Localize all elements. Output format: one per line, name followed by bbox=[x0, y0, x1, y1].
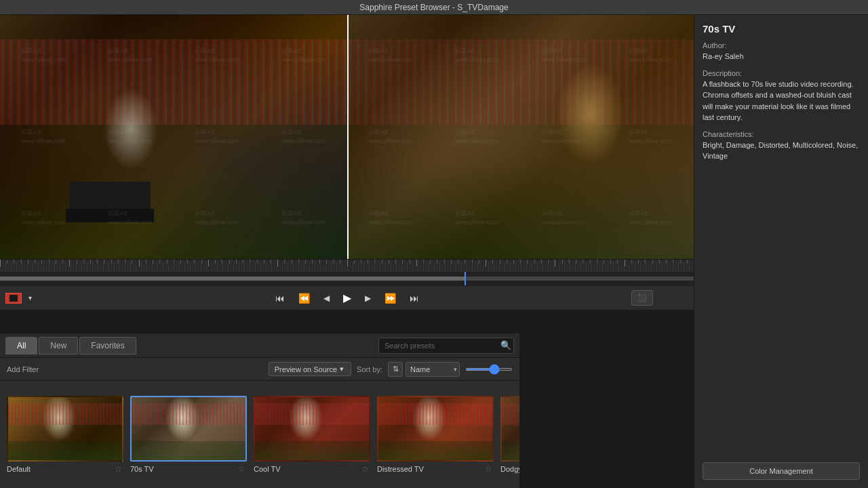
description-label: Description: bbox=[703, 69, 860, 77]
preset-info: 70s TV Author: Ra-ey Saleh Description: … bbox=[703, 23, 860, 169]
preview-source-btn[interactable]: Preview on Source ▾ bbox=[269, 362, 351, 376]
filter-sort-bar: Add Filter Preview on Source ▾ Sort by: … bbox=[0, 358, 519, 381]
preset-thumb-default bbox=[7, 396, 123, 462]
preset-name-distressed: Distressed TV bbox=[377, 465, 484, 473]
preset-label-row: Default ☆ bbox=[7, 464, 123, 474]
preview-source-label: Preview on Source bbox=[275, 365, 337, 373]
crowd-overlay-left bbox=[0, 39, 347, 125]
sort-controls: ⇅ Name Date Category ▾ bbox=[388, 362, 460, 377]
export-btn[interactable]: ⬛ bbox=[631, 290, 653, 306]
sort-by-label: Sort by: bbox=[357, 365, 382, 373]
truck-left bbox=[69, 182, 151, 222]
preview-source-chevron: ▾ bbox=[340, 365, 344, 373]
play-pause-btn[interactable]: ▶ bbox=[339, 289, 355, 307]
timeline-track[interactable] bbox=[0, 277, 694, 281]
titlebar: Sapphire Preset Browser - S_TVDamage bbox=[0, 0, 868, 15]
timeline-ruler[interactable] bbox=[0, 260, 694, 272]
preset-thumb-dodgy bbox=[500, 396, 519, 462]
preset-item[interactable]: Default ☆ bbox=[7, 396, 123, 474]
characteristics-value: Bright, Damage, Distorted, Multicolored,… bbox=[703, 140, 860, 162]
timeline-bar[interactable] bbox=[0, 272, 694, 285]
presets-grid: Default ☆ 70s TV ☆ bbox=[0, 381, 519, 488]
preset-star-70stv[interactable]: ☆ bbox=[237, 464, 247, 474]
timeline-area: ▾ ⏮ ⏪ ◀ ▶ ▶ ⏩ ⏭ ⬛ bbox=[0, 259, 694, 308]
smoke-effect-right bbox=[557, 64, 625, 165]
skip-to-end-btn[interactable]: ⏭ bbox=[406, 290, 423, 306]
thumbnail-size-slider[interactable] bbox=[465, 368, 513, 371]
timeline-progress bbox=[0, 277, 465, 281]
video-preview: 铝客AEwww.talkae.com 铝客AEwww.talkae.com 铝客… bbox=[0, 15, 694, 259]
skip-to-start-btn[interactable]: ⏮ bbox=[271, 290, 289, 306]
preset-name-70stv: 70s TV bbox=[130, 465, 237, 473]
preset-star-cooltv[interactable]: ☆ bbox=[360, 464, 370, 474]
author-label: Author: bbox=[703, 41, 860, 49]
preset-label-row: Dodgy VHS (with dropout) ☆ bbox=[500, 464, 519, 474]
field-content-left bbox=[0, 161, 347, 259]
tab-new[interactable]: New bbox=[39, 337, 78, 354]
preview-split-line bbox=[347, 15, 349, 259]
preset-name-default: Default bbox=[7, 465, 113, 473]
sort-order-btn[interactable]: ⇅ bbox=[388, 362, 403, 377]
preset-thumb-cooltv bbox=[254, 396, 370, 462]
smoke-effect-left bbox=[104, 88, 158, 169]
preset-star-default[interactable]: ☆ bbox=[113, 464, 123, 474]
preset-label-row: Cool TV ☆ bbox=[254, 464, 370, 474]
rewind-btn[interactable]: ⏪ bbox=[294, 290, 314, 306]
tab-bar: All New Favorites 🔍 bbox=[0, 333, 519, 358]
preset-name-cooltv: Cool TV bbox=[254, 465, 360, 473]
tab-all[interactable]: All bbox=[5, 337, 37, 354]
field-content-right bbox=[347, 161, 694, 259]
tab-favorites[interactable]: Favorites bbox=[79, 337, 136, 354]
description-value: A flashback to 70s live studio video rec… bbox=[703, 79, 860, 123]
characteristics-label: Characteristics: bbox=[703, 130, 860, 138]
preview-section: 铝客AEwww.talkae.com 铝客AEwww.talkae.com 铝客… bbox=[0, 15, 694, 488]
source-indicator: ▾ bbox=[5, 291, 36, 304]
timeline-playhead[interactable] bbox=[465, 272, 466, 285]
preset-item-dodgy[interactable]: Dodgy VHS (with dropout) ☆ bbox=[500, 396, 519, 474]
preset-item-cooltv[interactable]: Cool TV ☆ bbox=[254, 396, 370, 474]
search-submit-btn[interactable]: 🔍 bbox=[500, 340, 511, 350]
preset-thumb-70stv bbox=[130, 396, 247, 462]
presets-panel: All New Favorites 🔍 Add Filter Preview o… bbox=[0, 332, 519, 488]
color-management-btn[interactable]: Color Management bbox=[703, 462, 860, 480]
preset-title: 70s TV bbox=[703, 23, 860, 35]
preset-label-row: 70s TV ☆ bbox=[130, 464, 247, 474]
fast-forward-btn[interactable]: ⏩ bbox=[380, 290, 400, 306]
preset-star-distressed[interactable]: ☆ bbox=[484, 464, 494, 474]
main-layout: 铝客AEwww.talkae.com 铝客AEwww.talkae.com 铝客… bbox=[0, 15, 868, 488]
author-section: Author: Ra-ey Saleh bbox=[703, 41, 860, 62]
search-input[interactable] bbox=[378, 338, 514, 354]
window-title: Sapphire Preset Browser - S_TVDamage bbox=[359, 3, 508, 12]
source-box bbox=[5, 293, 22, 304]
add-filter-link[interactable]: Add Filter bbox=[7, 365, 39, 373]
preset-item-selected[interactable]: 70s TV ☆ bbox=[130, 396, 247, 474]
preset-name-dodgy: Dodgy VHS (with dropout) bbox=[500, 465, 519, 473]
search-area: 🔍 bbox=[378, 338, 514, 354]
preset-label-row: Distressed TV ☆ bbox=[377, 464, 494, 474]
step-back-btn[interactable]: ◀ bbox=[319, 291, 334, 306]
preview-container: 铝客AEwww.talkae.com 铝客AEwww.talkae.com 铝客… bbox=[0, 15, 694, 259]
sort-select[interactable]: Name Date Category bbox=[406, 362, 460, 377]
export-icon: ⬛ bbox=[637, 293, 647, 302]
sort-select-wrapper: Name Date Category ▾ bbox=[406, 362, 460, 377]
right-sidebar: 70s TV Author: Ra-ey Saleh Description: … bbox=[694, 15, 868, 488]
step-fwd-btn[interactable]: ▶ bbox=[361, 291, 375, 306]
search-input-wrap: 🔍 bbox=[378, 338, 514, 354]
source-menu-btn[interactable]: ▾ bbox=[24, 291, 36, 304]
preset-item-distressed[interactable]: Distressed TV ☆ bbox=[377, 396, 494, 474]
preview-right: 铝客AEwww.talkae.com 铝客AEwww.talkae.com 铝客… bbox=[347, 15, 694, 259]
preview-left: 铝客AEwww.talkae.com 铝客AEwww.talkae.com 铝客… bbox=[0, 15, 347, 259]
characteristics-section: Characteristics: Bright, Damage, Distort… bbox=[703, 130, 860, 162]
author-value: Ra-ey Saleh bbox=[703, 51, 860, 62]
preset-thumb-distressed bbox=[377, 396, 494, 462]
crowd-overlay-right bbox=[347, 39, 694, 125]
source-box-inner bbox=[9, 295, 18, 302]
playback-controls: ▾ ⏮ ⏪ ◀ ▶ ▶ ⏩ ⏭ ⬛ bbox=[0, 285, 694, 310]
description-section: Description: A flashback to 70s live stu… bbox=[703, 69, 860, 123]
